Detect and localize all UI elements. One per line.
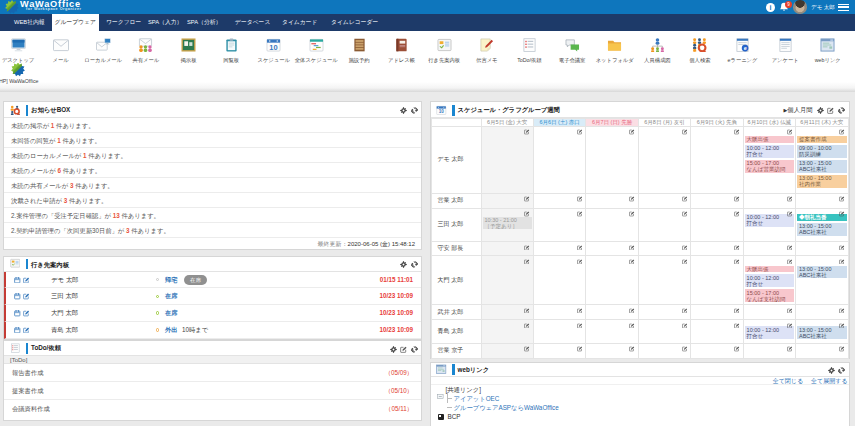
svg-text:e: e xyxy=(744,44,747,51)
svg-text:10: 10 xyxy=(270,42,278,51)
